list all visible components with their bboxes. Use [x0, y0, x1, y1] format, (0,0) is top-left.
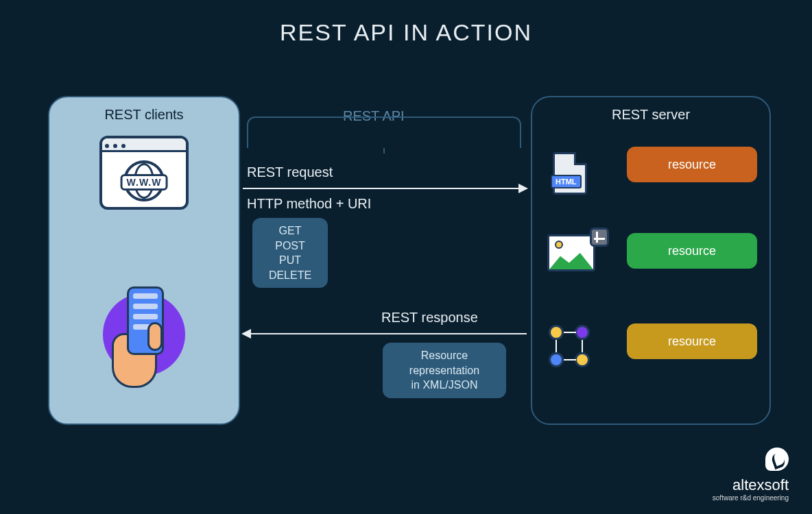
server-panel-title: REST server	[532, 107, 769, 123]
clients-panel-title: REST clients	[49, 107, 239, 123]
diagram-title: REST API IN ACTION	[0, 19, 812, 46]
clients-panel: REST clients W.W.W	[48, 96, 240, 425]
users-network-icon	[549, 325, 604, 373]
html-file-icon: HTML	[553, 152, 594, 195]
http-method-uri-label: HTTP method + URI	[247, 196, 371, 212]
image-file-icon	[547, 234, 602, 271]
mobile-client-icon	[99, 286, 189, 389]
http-methods-box: GET POST PUT DELETE	[252, 218, 328, 288]
logo-name: altexsoft	[713, 476, 789, 494]
crop-icon	[590, 228, 609, 247]
server-panel: REST server resource HTML resource resou…	[531, 96, 771, 425]
resource-html-label: resource	[627, 147, 757, 182]
browser-icon: W.W.W	[99, 136, 189, 210]
www-badge: W.W.W	[121, 174, 168, 191]
response-arrow	[243, 333, 527, 334]
resource-image-label: resource	[627, 233, 757, 269]
rep-line: in XML/JSON	[392, 378, 497, 393]
diagram-stage: REST clients W.W.W REST API REST request…	[0, 96, 812, 514]
resource-representation-box: Resource representation in XML/JSON	[383, 343, 506, 398]
rest-api-bracket	[247, 117, 521, 148]
request-arrow	[243, 188, 527, 189]
rest-request-label: REST request	[247, 164, 333, 180]
logo-icon	[765, 448, 789, 471]
html-tag: HTML	[551, 175, 582, 188]
rep-line: representation	[392, 363, 497, 378]
http-method: PUT	[262, 253, 318, 268]
brand-logo: altexsoft software r&d engineering	[713, 448, 789, 502]
http-method: GET	[262, 223, 318, 238]
rest-response-label: REST response	[381, 310, 478, 326]
logo-tagline: software r&d engineering	[713, 494, 789, 502]
resource-users-label: resource	[627, 323, 757, 359]
http-method: POST	[262, 238, 318, 254]
http-method: DELETE	[262, 268, 318, 283]
rep-line: Resource	[392, 348, 497, 363]
